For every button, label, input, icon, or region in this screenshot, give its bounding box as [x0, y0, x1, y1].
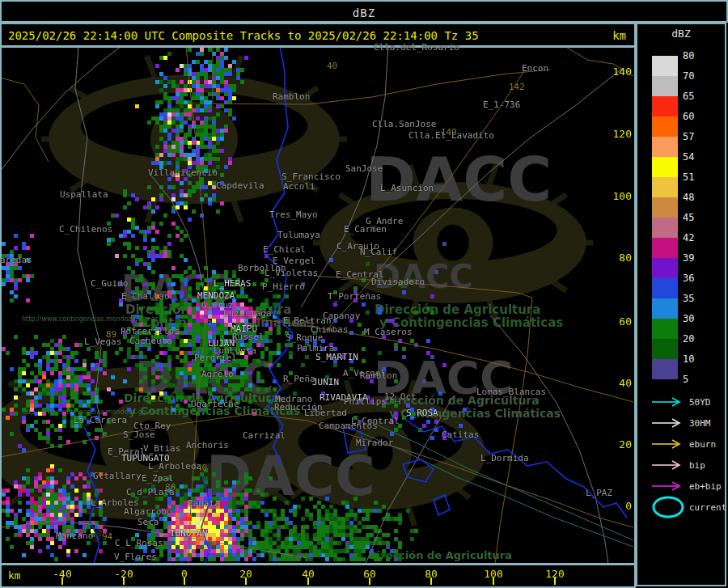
x-axis-tick	[184, 577, 185, 585]
scale-label: 65	[683, 91, 694, 102]
x-axis-tick	[307, 577, 309, 585]
x-axis-unit: km	[8, 569, 21, 582]
legend-title: dBZ	[636, 27, 726, 40]
scale-label: 51	[683, 171, 694, 183]
scale-label: 57	[683, 131, 694, 142]
y-axis-label: 40	[604, 377, 632, 389]
scale-label: 35	[683, 293, 694, 304]
scale-label: 45	[683, 212, 694, 223]
title-bar: dBZ	[0, 0, 728, 23]
scale-swatch	[652, 157, 678, 177]
x-axis-tick	[430, 577, 432, 585]
scale-swatch	[652, 76, 678, 96]
legend-arrow-label: 50YD	[689, 397, 711, 408]
scale-swatch	[652, 359, 678, 379]
legend-arrow-label: eb+bip	[689, 481, 722, 492]
y-axis-label: 60	[604, 315, 632, 328]
current-cell-icon	[650, 495, 688, 519]
scale-swatch	[652, 137, 678, 157]
scale-swatch	[652, 56, 678, 76]
scale-swatch	[652, 339, 678, 359]
scale-label: 10	[683, 353, 694, 365]
scale-label: 42	[683, 232, 694, 243]
y-axis-label: 20	[604, 438, 632, 451]
scale-swatch	[652, 319, 678, 339]
legend-arrow-label: eburn	[689, 439, 716, 450]
x-axis-tick	[369, 577, 370, 585]
legend-arrow-icon	[650, 417, 686, 429]
radar-map-canvas	[2, 48, 634, 563]
x-axis-tick	[493, 577, 494, 585]
y-axis-label: 0	[604, 500, 632, 512]
y-axis-label: 120	[604, 128, 632, 140]
y-axis-label: 140	[604, 66, 632, 78]
header-box: 2025/02/26 22:14:00 UTC Composite Tracks…	[0, 23, 636, 47]
x-axis-tick	[123, 577, 125, 585]
scale-swatch	[652, 278, 678, 298]
legend-arrow-label: 30HM	[689, 418, 711, 429]
scale-label: 36	[683, 273, 694, 284]
scale-swatch	[652, 258, 678, 278]
scale-label: 60	[683, 111, 694, 122]
scale-label: 54	[683, 151, 694, 163]
scale-label: 39	[683, 252, 694, 264]
legend-arrow-icon	[650, 438, 686, 450]
scale-swatch	[652, 197, 678, 218]
legend-current-label: current	[689, 502, 726, 513]
scale-swatch	[652, 177, 678, 197]
legend-arrow-label: bip	[689, 460, 705, 471]
x-axis-tick	[61, 577, 63, 585]
scale-label: 20	[683, 333, 694, 345]
scale-label: 5	[683, 374, 688, 385]
scale-label: 48	[683, 192, 694, 203]
page-title: dBZ	[2, 6, 726, 19]
legend-arrow-icon	[650, 459, 686, 471]
timestamp-text: 2025/02/26 22:14:00 UTC Composite Tracks…	[8, 29, 479, 42]
scale-swatch	[652, 238, 678, 258]
y-axis-label: 80	[604, 252, 632, 264]
y-axis-label: 100	[604, 190, 632, 202]
x-axis-box: km	[0, 564, 636, 588]
scale-label: 70	[683, 70, 694, 82]
legend-arrow-icon	[650, 396, 686, 408]
x-axis-tick	[245, 577, 247, 585]
scale-label: 80	[683, 50, 694, 61]
scale-label: 30	[683, 313, 694, 324]
scale-swatch	[652, 116, 678, 137]
legend-arrow-icon	[650, 480, 686, 492]
scale-swatch	[652, 96, 678, 116]
scale-swatch	[652, 218, 678, 238]
header-km-unit: km	[612, 29, 626, 42]
scale-swatch	[652, 298, 678, 319]
x-axis-tick	[554, 577, 556, 585]
